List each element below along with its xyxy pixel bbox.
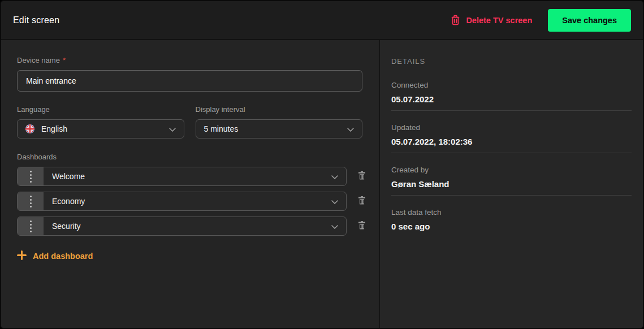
uk-flag-icon [25,124,34,133]
details-title: DETAILS [391,57,632,66]
chevron-down-icon [331,196,338,206]
dashboard-row: Economy [17,192,379,211]
drag-handle-icon[interactable] [18,217,44,235]
detail-item-created-by: Created by Gøran Sæland [391,166,632,189]
detail-label: Created by [391,166,632,174]
dashboards-section: Dashboards Welcome [17,153,379,262]
detail-divider [391,110,632,111]
detail-item-updated: Updated 05.07.2022, 18:02:36 [391,123,632,146]
device-name-group: Device name * [17,56,379,92]
chevron-down-icon [331,171,338,181]
required-asterisk: * [63,56,66,64]
dashboard-name: Economy [52,197,85,206]
display-interval-select[interactable]: 5 minutes [196,119,363,138]
detail-item-connected: Connected 05.07.2022 [391,81,632,104]
drag-handle-icon[interactable] [18,192,44,210]
delete-tv-screen-label: Delete TV screen [466,16,532,25]
device-name-label-text: Device name [17,56,60,64]
detail-divider [391,195,632,196]
detail-divider [391,153,632,153]
remove-dashboard-button[interactable] [357,220,366,232]
language-value: English [41,124,67,133]
dashboard-name: Security [52,222,81,231]
details-panel: DETAILS Connected 05.07.2022 Updated 05.… [380,40,643,328]
device-name-input[interactable] [17,70,362,92]
remove-dashboard-button[interactable] [357,196,366,207]
page-title: Edit screen [13,15,59,25]
dashboard-select-welcome[interactable]: Welcome [17,167,347,186]
plus-icon [17,250,27,262]
chevron-down-icon [347,124,354,134]
detail-label: Connected [391,81,632,89]
dashboard-select-security[interactable]: Security [17,217,347,236]
dashboard-row: Welcome [17,167,379,186]
language-group: Language [17,105,184,138]
trash-icon [357,220,366,232]
add-dashboard-label: Add dashboard [33,252,93,261]
add-dashboard-button[interactable]: Add dashboard [17,250,93,262]
detail-label: Updated [391,123,632,132]
delete-tv-screen-button[interactable]: Delete TV screen [451,15,532,25]
language-label: Language [17,105,184,114]
dashboard-select-economy[interactable]: Economy [17,192,347,211]
drag-handle-icon[interactable] [18,167,44,185]
display-interval-value: 5 minutes [204,124,239,133]
trash-icon [357,171,366,182]
language-select[interactable]: English [17,119,184,138]
form-panel: Device name * Language [1,40,379,328]
dashboards-label: Dashboards [17,153,379,161]
save-changes-button[interactable]: Save changes [548,9,631,32]
trash-icon [451,15,460,25]
edit-screen-window: Edit screen Delete TV screen Save change… [0,0,644,329]
detail-label: Last data fetch [391,208,632,217]
remove-dashboard-button[interactable] [357,171,366,182]
detail-value: 05.07.2022, 18:02:36 [391,137,632,146]
dashboard-row: Security [17,217,379,236]
detail-value: 0 sec ago [391,222,632,231]
chevron-down-icon [331,221,338,231]
selects-row: Language [17,105,362,138]
header: Edit screen Delete TV screen Save change… [1,1,643,40]
detail-value: Gøran Sæland [391,179,632,189]
display-interval-label: Display interval [196,105,363,114]
device-name-label: Device name * [17,56,379,64]
display-interval-group: Display interval 5 minutes [196,105,363,138]
detail-item-last-data-fetch: Last data fetch 0 sec ago [391,208,632,231]
dashboard-name: Welcome [52,172,85,181]
trash-icon [357,196,366,207]
main-content: Device name * Language [1,40,643,328]
header-actions: Delete TV screen Save changes [451,9,631,32]
detail-value: 05.07.2022 [391,94,632,104]
chevron-down-icon [169,124,176,134]
